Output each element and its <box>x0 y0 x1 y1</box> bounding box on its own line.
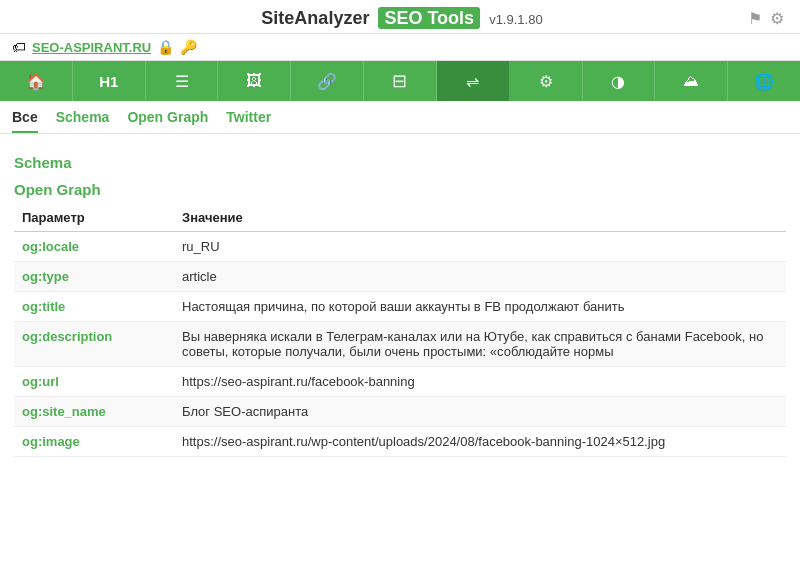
header-icons: ⚑ ⚙ <box>748 9 784 28</box>
url-bar: 🏷 SEO-ASPIRANT.RU 🔒 🔑 <box>0 34 800 61</box>
share-icon: ⇌ <box>466 72 479 91</box>
table-row: og:site_nameБлог SEO-аспиранта <box>14 397 786 427</box>
table-row: og:localeru_RU <box>14 232 786 262</box>
table-row: og:titleНастоящая причина, по которой ва… <box>14 292 786 322</box>
og-value: ru_RU <box>174 232 786 262</box>
og-table: Параметр Значение og:localeru_RUog:typea… <box>14 204 786 457</box>
nav-structure[interactable]: ⚙ <box>510 61 583 101</box>
image-icon: 🖼 <box>246 72 262 90</box>
og-value: Настоящая причина, по которой ваши аккау… <box>174 292 786 322</box>
app-name-pre: SiteAnalyzer <box>261 8 369 28</box>
home-icon: 🏠 <box>26 72 46 91</box>
og-value: https://seo-aspirant.ru/facebook-banning <box>174 367 786 397</box>
structure-icon: ⚙ <box>539 72 553 91</box>
nav-list[interactable]: ☰ <box>146 61 219 101</box>
nav-home[interactable]: 🏠 <box>0 61 73 101</box>
nav-image[interactable]: 🖼 <box>218 61 291 101</box>
og-param: og:url <box>14 367 174 397</box>
og-param: og:description <box>14 322 174 367</box>
table-row: og:typearticle <box>14 262 786 292</box>
site-url[interactable]: SEO-ASPIRANT.RU <box>32 40 151 55</box>
nav-share[interactable]: ⇌ <box>437 61 510 101</box>
nav-speed[interactable]: ◑ <box>583 61 656 101</box>
og-param: og:image <box>14 427 174 457</box>
key-icon: 🔑 <box>180 39 197 55</box>
og-param: og:site_name <box>14 397 174 427</box>
nav-toolbar: 🏠 H1 ☰ 🖼 🔗 ⊟ ⇌ ⚙ ◑ ⛰ 🌐 <box>0 61 800 101</box>
table-header-row: Параметр Значение <box>14 204 786 232</box>
nav-international[interactable]: 🌐 <box>728 61 800 101</box>
tab-twitter[interactable]: Twitter <box>226 109 271 133</box>
table-row: og:urlhttps://seo-aspirant.ru/facebook-b… <box>14 367 786 397</box>
og-param: og:locale <box>14 232 174 262</box>
opengraph-section-title: Open Graph <box>14 181 786 198</box>
nav-screenshot[interactable]: ⛰ <box>655 61 728 101</box>
main-content: Schema Open Graph Параметр Значение og:l… <box>0 134 800 467</box>
screenshot-icon: ⛰ <box>683 72 699 90</box>
col-param: Параметр <box>14 204 174 232</box>
h1-icon: H1 <box>99 73 118 90</box>
link-icon: 🔗 <box>317 72 337 91</box>
nav-h1[interactable]: H1 <box>73 61 146 101</box>
app-name-highlight: SEO Tools <box>378 7 480 29</box>
tabs-row: Все Schema Open Graph Twitter <box>0 101 800 134</box>
col-value: Значение <box>174 204 786 232</box>
app-header: SiteAnalyzer SEO Tools v1.9.1.80 ⚑ ⚙ <box>0 0 800 34</box>
tab-schema[interactable]: Schema <box>56 109 110 133</box>
table-row: og:imagehttps://seo-aspirant.ru/wp-conte… <box>14 427 786 457</box>
tab-all[interactable]: Все <box>12 109 38 133</box>
og-value: https://seo-aspirant.ru/wp-content/uploa… <box>174 427 786 457</box>
og-value: Блог SEO-аспиранта <box>174 397 786 427</box>
og-param: og:title <box>14 292 174 322</box>
app-version: v1.9.1.80 <box>489 12 543 27</box>
tab-opengraph[interactable]: Open Graph <box>127 109 208 133</box>
nav-link[interactable]: 🔗 <box>291 61 364 101</box>
meta-icon: ⊟ <box>392 70 407 92</box>
schema-section-title: Schema <box>14 154 786 171</box>
app-title: SiteAnalyzer SEO Tools v1.9.1.80 <box>56 8 748 29</box>
tag-icon: 🏷 <box>12 39 26 55</box>
lock-icon: 🔒 <box>157 39 174 55</box>
list-icon: ☰ <box>175 72 189 91</box>
table-row: og:descriptionВы наверняка искали в Теле… <box>14 322 786 367</box>
content-area: Schema Open Graph Параметр Значение og:l… <box>0 134 800 467</box>
gear-icon[interactable]: ⚙ <box>770 9 784 28</box>
nav-meta[interactable]: ⊟ <box>364 61 437 101</box>
speed-icon: ◑ <box>611 72 625 91</box>
og-param: og:type <box>14 262 174 292</box>
globe-icon: 🌐 <box>754 72 774 91</box>
og-value: article <box>174 262 786 292</box>
og-value: Вы наверняка искали в Телеграм-каналах и… <box>174 322 786 367</box>
flag-icon[interactable]: ⚑ <box>748 9 762 28</box>
